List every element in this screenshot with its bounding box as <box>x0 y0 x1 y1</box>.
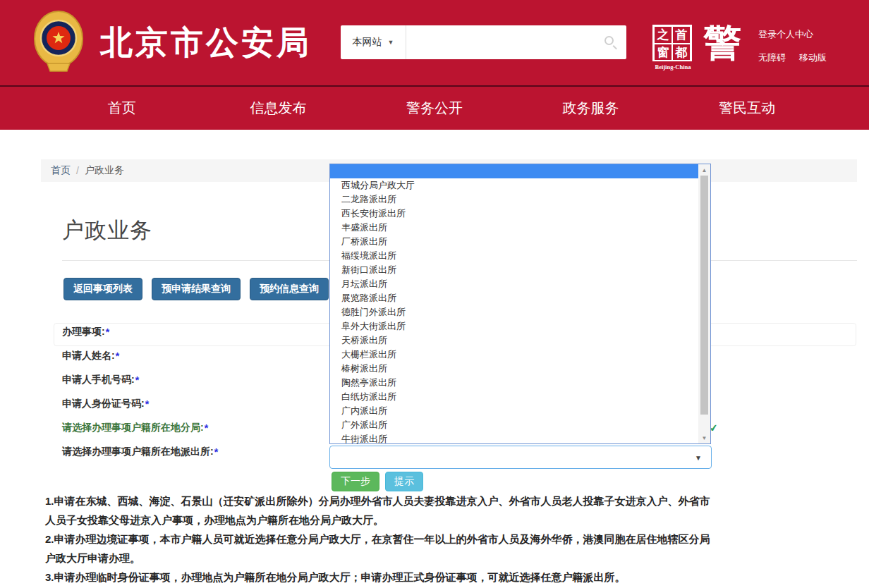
capital-window-caption: Beijing-China <box>652 63 693 71</box>
capital-window-logo[interactable]: 之 首 窗 都 Beijing-China <box>652 25 693 71</box>
dropdown-option[interactable]: 德胜门外派出所 <box>330 305 698 319</box>
dropdown-option[interactable]: 西长安街派出所 <box>330 207 698 221</box>
form-field-row: 申请人身份证号码: * <box>62 392 323 416</box>
action-buttons: 下一步 提示 <box>332 472 423 491</box>
tip-button[interactable]: 提示 <box>385 472 423 491</box>
nav-item[interactable]: 信息发布 <box>200 87 357 130</box>
field-label: 请选择办理事项户籍所在地分局: <box>62 422 204 434</box>
dropdown-option[interactable]: 福绥境派出所 <box>330 249 698 263</box>
site-title: 北京市公安局 <box>100 21 312 65</box>
capital-char: 窗 <box>654 44 672 61</box>
instruction-note: 2.申请办理边境证事项，本市户籍人员可就近选择任意分局户政大厅，在京暂住一年以上… <box>45 529 715 568</box>
breadcrumb-home-link[interactable]: 首页 <box>51 164 71 177</box>
main-nav: 首页 信息发布 警务公开 政务服务 警民互动 <box>0 85 869 130</box>
form-field-row: 请选择办理事项户籍所在地派出所: * <box>62 440 323 464</box>
page: 北京市公安局 本网站 ▼ 之 首 窗 都 Beijing-China 警 登录个… <box>0 0 869 588</box>
chevron-down-icon: ▼ <box>388 39 394 46</box>
search-bar: 本网站 ▼ <box>341 25 626 59</box>
police-wei-logo: 警 <box>700 21 744 63</box>
dropdown-option[interactable]: 展览路派出所 <box>330 291 698 305</box>
mobile-version-link[interactable]: 移动版 <box>799 51 827 64</box>
capital-window-grid: 之 首 窗 都 <box>652 25 692 61</box>
dropdown-option[interactable]: 西城分局户政大厅 <box>330 178 698 192</box>
nav-item[interactable]: 政务服务 <box>513 87 669 130</box>
form-fields: 办理事项: * 申请人姓名: * 申请人手机号码: * 申请人身份证号码: * … <box>62 320 323 464</box>
dropdown-option[interactable]: 二龙路派出所 <box>330 192 698 207</box>
dropdown-option[interactable]: 牛街派出所 <box>330 432 698 444</box>
toolbar-button[interactable]: 预约信息查询 <box>250 278 329 300</box>
field-label: 请选择办理事项户籍所在地派出所: <box>62 446 214 458</box>
chevron-down-icon: ▼ <box>695 455 702 462</box>
dropdown-option[interactable]: 新街口派出所 <box>330 263 698 277</box>
required-asterisk: * <box>116 350 119 362</box>
breadcrumb-separator: / <box>76 165 79 176</box>
dropdown-option[interactable]: 阜外大街派出所 <box>330 319 698 333</box>
dropdown-option[interactable]: 厂桥派出所 <box>330 235 698 249</box>
form-field-row: 办理事项: * <box>62 320 323 344</box>
nav-list: 首页 信息发布 警务公开 政务服务 警民互动 <box>44 87 825 130</box>
dropdown-option[interactable]: 月坛派出所 <box>330 277 698 291</box>
search-scope-label: 本网站 <box>353 36 382 49</box>
toolbar-button[interactable]: 返回事项列表 <box>63 278 142 300</box>
required-asterisk: * <box>145 398 149 410</box>
nav-item[interactable]: 警务公开 <box>356 87 513 130</box>
dropdown-options: 西城分局户政大厅 二龙路派出所 西长安街派出所 丰盛派出所 厂桥派出所 福绥境派… <box>330 178 698 444</box>
search-icon[interactable] <box>604 36 614 45</box>
site-header: 北京市公安局 本网站 ▼ 之 首 窗 都 Beijing-China 警 登录个… <box>0 0 869 85</box>
next-step-button[interactable]: 下一步 <box>332 472 379 491</box>
station-select[interactable]: ▼ <box>329 446 712 469</box>
toolbar-button[interactable]: 预申请结果查询 <box>152 278 241 300</box>
police-badge-logo <box>32 10 85 75</box>
field-label: 申请人姓名: <box>62 350 115 362</box>
required-asterisk: * <box>106 326 109 338</box>
scroll-down-icon[interactable]: ▼ <box>698 432 710 443</box>
instruction-notes: 1.申请在东城、西城、海淀、石景山（迁安矿派出所除外）分局办理外省市人员夫妻投靠… <box>45 491 715 588</box>
page-title: 户政业务 <box>62 216 152 245</box>
toolbar: 返回事项列表 预申请结果查询 预约信息查询 <box>63 278 329 300</box>
dropdown-option[interactable]: 广内派出所 <box>330 404 698 418</box>
dropdown-option[interactable]: 白纸坊派出所 <box>330 390 698 404</box>
breadcrumb-current: 户政业务 <box>85 164 124 177</box>
dropdown-option[interactable]: 广外派出所 <box>330 418 698 432</box>
search-input[interactable] <box>406 25 626 59</box>
form-field-row: 申请人姓名: * <box>62 344 323 368</box>
nav-item[interactable]: 警民互动 <box>669 87 825 130</box>
dropdown-option[interactable]: 大栅栏派出所 <box>330 348 698 362</box>
required-asterisk: * <box>205 422 208 434</box>
station-dropdown-open: 西城分局户政大厅 二龙路派出所 西长安街派出所 丰盛派出所 厂桥派出所 福绥境派… <box>329 164 711 444</box>
capital-char: 都 <box>672 44 691 61</box>
scrollbar-thumb[interactable] <box>700 176 708 415</box>
dropdown-option[interactable]: 天桥派出所 <box>330 333 698 348</box>
accessibility-link[interactable]: 无障碍 <box>758 51 786 64</box>
field-label: 申请人身份证号码: <box>62 398 145 410</box>
field-label: 办理事项: <box>62 326 105 338</box>
required-asterisk: * <box>214 446 218 458</box>
form-field-row: 申请人手机号码: * <box>62 368 323 392</box>
instruction-note: 1.申请在东城、西城、海淀、石景山（迁安矿派出所除外）分局办理外省市人员夫妻投靠… <box>45 491 715 529</box>
instruction-note: 3.申请办理临时身份证事项，办理地点为户籍所在地分局户政大厅；申请办理正式身份证… <box>45 568 715 587</box>
dropdown-option[interactable]: 丰盛派出所 <box>330 221 698 235</box>
login-personal-center-link[interactable]: 登录个人中心 <box>758 28 813 41</box>
field-label: 申请人手机号码: <box>62 374 135 386</box>
dropdown-scrollbar[interactable]: ▲ ▼ <box>698 164 710 443</box>
dropdown-option[interactable]: 陶然亭派出所 <box>330 376 698 390</box>
nav-item[interactable]: 首页 <box>44 87 200 130</box>
capital-char: 之 <box>654 26 672 44</box>
search-scope-select[interactable]: 本网站 ▼ <box>341 25 406 59</box>
required-asterisk: * <box>135 374 139 386</box>
scroll-up-icon[interactable]: ▲ <box>698 164 710 176</box>
dropdown-selected-blank-option[interactable] <box>330 164 698 178</box>
form-field-row: 请选择办理事项户籍所在地分局: * <box>62 416 323 440</box>
capital-char: 首 <box>672 26 691 44</box>
dropdown-option[interactable]: 椿树派出所 <box>330 362 698 376</box>
